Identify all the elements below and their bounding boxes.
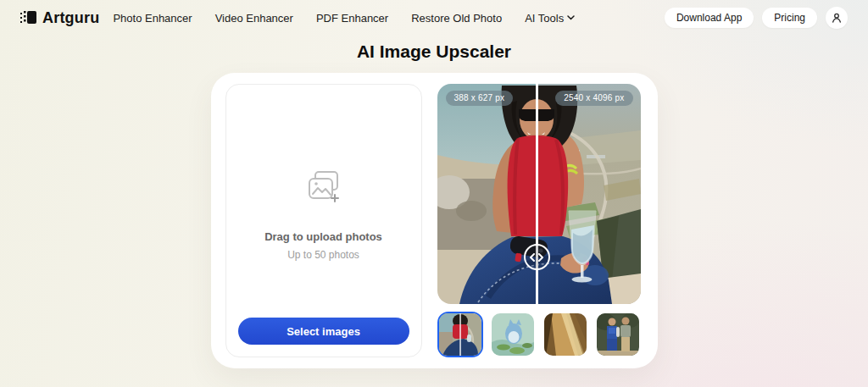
- nav-ai-tools[interactable]: AI Tools: [525, 12, 575, 25]
- thumbnail-sepia-artwork-image: [544, 313, 587, 356]
- nav-actions: Download App Pricing: [665, 7, 848, 29]
- nav-pdf-enhancer[interactable]: PDF Enhancer: [316, 12, 388, 25]
- thumbnail-anime-creature-image: [492, 313, 534, 356]
- nav-photo-enhancer[interactable]: Photo Enhancer: [113, 12, 192, 25]
- page-title: AI Image Upscaler: [0, 41, 868, 62]
- nav-restore-old-photo[interactable]: Restore Old Photo: [411, 12, 502, 25]
- thumbnail-strip: [437, 312, 641, 357]
- thumbnail-vintage-couple[interactable]: [595, 312, 641, 357]
- user-icon: [830, 11, 843, 25]
- brand-name: Artguru: [42, 9, 99, 27]
- artguru-logo-icon: [20, 9, 37, 26]
- top-nav: Artguru Photo Enhancer Video Enhancer PD…: [0, 0, 868, 29]
- after-size-badge: 2540 x 4096 px: [555, 91, 632, 106]
- before-after-photo: [437, 84, 641, 304]
- upload-dropzone[interactable]: Drag to upload photos Up to 50 photos Se…: [225, 84, 422, 357]
- drag-upload-text: Drag to upload photos: [264, 230, 382, 243]
- thumbnail-anime-creature[interactable]: [490, 312, 536, 357]
- download-app-button[interactable]: Download App: [665, 8, 754, 28]
- comparison-slider-handle[interactable]: [524, 244, 550, 270]
- add-photos-icon: [304, 169, 343, 205]
- comparison-image[interactable]: 388 x 627 px 2540 x 4096 px: [437, 84, 641, 304]
- pricing-button[interactable]: Pricing: [762, 8, 817, 28]
- thumbnail-sepia-artwork[interactable]: [542, 312, 588, 357]
- select-images-button[interactable]: Select images: [238, 318, 409, 345]
- horizontal-drag-arrows-icon: [530, 253, 543, 262]
- chevron-down-icon: [567, 15, 575, 20]
- upscaler-card: Drag to upload photos Up to 50 photos Se…: [211, 73, 658, 368]
- thumbnail-woman-red-top[interactable]: [437, 312, 483, 357]
- nav-ai-tools-label: AI Tools: [525, 12, 564, 25]
- before-size-badge: 388 x 627 px: [446, 91, 514, 106]
- nav-video-enhancer[interactable]: Video Enhancer: [215, 12, 293, 25]
- thumbnail-vintage-couple-image: [597, 313, 639, 356]
- brand-logo[interactable]: Artguru: [20, 9, 99, 27]
- account-avatar-button[interactable]: [826, 7, 848, 29]
- thumbnail-woman-red-top-image: [439, 313, 481, 356]
- upload-limit-text: Up to 50 photos: [287, 249, 359, 261]
- primary-nav: Photo Enhancer Video Enhancer PDF Enhanc…: [113, 12, 575, 25]
- preview-column: 388 x 627 px 2540 x 4096 px: [437, 84, 641, 357]
